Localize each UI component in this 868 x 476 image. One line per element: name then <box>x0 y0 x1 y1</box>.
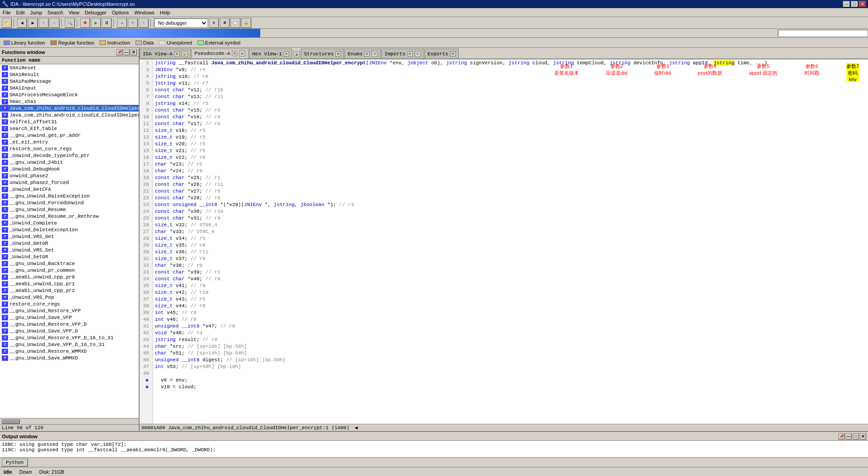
stop-button[interactable]: ■ <box>80 18 90 28</box>
func-item-22[interactable]: f__gnu_Unwind_Resume_or_Rethrow <box>0 213 139 220</box>
code-line-44[interactable]: char *src; // [sp+10h] [bp-58h] <box>155 343 868 350</box>
code-line-12[interactable]: size_t v18; // r5 <box>155 127 868 134</box>
menu-file[interactable]: File <box>0 9 14 16</box>
code-line-7[interactable]: const char *v13; // r11 <box>155 93 868 100</box>
code-line-26[interactable]: size_t v32; // ST08_4 <box>155 221 868 228</box>
tab-pseudocode-icon[interactable]: ↻ <box>239 50 245 57</box>
func-item-35[interactable]: frestore_core_regs <box>0 301 139 307</box>
maximize-button[interactable]: □ <box>851 1 858 7</box>
functions-close-button[interactable]: ✕ <box>131 49 137 55</box>
code-line-16[interactable]: size_t v22; // r0 <box>155 154 868 161</box>
code-line-15[interactable]: size_t v21; // r5 <box>155 147 868 154</box>
code-line-40[interactable]: int v46; // r0 <box>155 316 868 323</box>
code-line-6[interactable]: const char *v12; // r10 <box>155 86 868 93</box>
func-item-34[interactable]: f_Unwind_VRS_Pop <box>0 294 139 301</box>
output-content[interactable]: 18BC: using guessed type char var_108[72… <box>0 441 868 457</box>
code-line-37[interactable]: size_t v43; // r5 <box>155 296 868 302</box>
func-item-11[interactable]: f_et_eit_entry <box>0 139 139 145</box>
func-item-3[interactable]: fSHA1Input <box>0 85 139 91</box>
code-line-47[interactable]: int v53; // [sp+58h] [bp-10h] <box>155 363 868 370</box>
tab-hex-view[interactable]: Hex View-1 ✕ <box>249 49 292 58</box>
tab-imports[interactable]: Imports ✕ + <box>381 49 424 58</box>
code-line-49[interactable]: v9 = env; <box>155 377 868 383</box>
func-item-2[interactable]: fSHA1PadMessage <box>0 78 139 85</box>
code-line-38[interactable]: size_t v44; // r0 <box>155 302 868 309</box>
menu-search[interactable]: Search <box>45 9 66 16</box>
func-item-40[interactable]: f__gnu_Unwind_Restore_VFP_D_16_to_31 <box>0 334 139 341</box>
code-line-21[interactable]: const char *v27; // r5 <box>155 188 868 194</box>
code-line-39[interactable]: int v45; // r0 <box>155 309 868 316</box>
func-item-15[interactable]: f_Unwind_DebugHook <box>0 166 139 172</box>
code-line-14[interactable]: size_t v20; // r5 <box>155 140 868 147</box>
functions-list[interactable]: fSHA1ResetfSHA1ResultfSHA1PadMessagefSHA… <box>0 64 139 418</box>
code-line-30[interactable]: size_t v36; // r11 <box>155 248 868 255</box>
code-line-43[interactable]: jstring result; // r0 <box>155 336 868 343</box>
back-button[interactable]: ◀ <box>17 18 27 28</box>
func-item-5[interactable]: fhmac_sha1 <box>0 98 139 105</box>
func-item-41[interactable]: f__gnu_Unwind_Save_VFP_D_16_to_31 <box>0 341 139 348</box>
code-line-46[interactable]: unsigned __int8 digest; // [sp+18h] [bp-… <box>155 356 868 363</box>
func-item-8[interactable]: fselfrel_offset31 <box>0 118 139 125</box>
func-item-24[interactable]: f_Unwind_DeleteException <box>0 226 139 233</box>
step-out[interactable]: ↑ <box>139 18 149 28</box>
output-pin-button[interactable]: 📌 <box>838 433 845 440</box>
tab-imports-close[interactable]: ✕ <box>407 51 413 57</box>
func-item-14[interactable]: f__gnu_unwind_24bit <box>0 159 139 166</box>
functions-min-button[interactable]: — <box>123 49 130 55</box>
code-line-41[interactable]: unsigned __int8 *v47; // r0 <box>155 323 868 329</box>
code-line-24[interactable]: const char *v30; // r10 <box>155 208 868 215</box>
tab-hex-icon[interactable]: A <box>294 51 300 58</box>
code-line-22[interactable]: const char *v28; // r6 <box>155 194 868 201</box>
func-item-4[interactable]: fSHA1ProcessMessageBlock <box>0 91 139 98</box>
code-line-17[interactable]: char *v23; // r5 <box>155 161 868 167</box>
pause-button[interactable]: ⏸ <box>102 18 112 28</box>
dbg-btn2[interactable]: 📋 <box>231 18 240 28</box>
code-line-8[interactable]: jstring v14; // r5 <box>155 100 868 107</box>
code-line-42[interactable]: void *v48; // r4 <box>155 329 868 336</box>
code-line-27[interactable]: char *v33; // ST0C_4 <box>155 228 868 235</box>
code-line-28[interactable]: size_t v34; // r5 <box>155 235 868 242</box>
close-button[interactable]: ✕ <box>859 1 866 7</box>
func-item-12[interactable]: frestore_non_core_regs <box>0 145 139 152</box>
python-tab-button[interactable]: Python <box>2 458 28 467</box>
func-item-31[interactable]: f__aeabi_unwind_cpp_pr0 <box>0 274 139 280</box>
func-item-38[interactable]: f__gnu_Unwind_Restore_VFP_D <box>0 321 139 328</box>
code-line-45[interactable]: char *v51; // [sp+14h] [bp-54h] <box>155 350 868 356</box>
nav-btn1[interactable]: ↑ <box>39 18 49 28</box>
func-item-6[interactable]: fJava_com_zhihu_android_cloudid_CloudIDH… <box>0 105 139 112</box>
output-max-button[interactable]: □ <box>853 433 859 440</box>
menu-help[interactable]: Help <box>157 9 173 16</box>
run-button[interactable]: ▶ <box>91 18 101 28</box>
debugger-selector[interactable]: No debugger <box>154 18 208 27</box>
func-item-29[interactable]: f__gnu_Unwind_Backtrace <box>0 260 139 267</box>
menu-windows[interactable]: Windows <box>131 9 157 16</box>
functions-pin-button[interactable]: 📌 <box>116 49 122 55</box>
code-scroll[interactable]: 1345678910111213141516171819202122232425… <box>140 59 868 424</box>
code-line-23[interactable]: const unsigned __int8 *(*v29)(JNIEnv *, … <box>155 201 868 208</box>
output-min-button[interactable]: — <box>845 433 852 440</box>
code-line-48[interactable] <box>155 370 868 377</box>
search-button[interactable]: 🔍 <box>65 18 75 28</box>
functions-scrollbar-h[interactable] <box>0 418 139 424</box>
tab-pseudocode-close[interactable]: ✕ <box>232 51 237 56</box>
menu-jump[interactable]: Jump <box>27 9 45 16</box>
minimize-button[interactable]: — <box>843 1 850 7</box>
code-line-18[interactable]: char *v24; // r0 <box>155 167 868 174</box>
func-item-21[interactable]: f__gnu_Unwind_Resume <box>0 206 139 213</box>
tab-enums-icon[interactable]: + <box>371 51 378 57</box>
step-over[interactable]: ↷ <box>128 18 138 28</box>
code-line-33[interactable]: const char *v39; // r1 <box>155 269 868 275</box>
func-item-18[interactable]: f_Unwind_GetCFA <box>0 186 139 193</box>
tab-enums-close[interactable]: ✕ <box>364 51 370 57</box>
code-line-50[interactable]: v10 = cloud; <box>155 383 868 390</box>
code-line-10[interactable]: const char *v16; // r8 <box>155 113 868 120</box>
func-item-32[interactable]: f__aeabi_unwind_cpp_pr1 <box>0 280 139 287</box>
nav-btn2[interactable]: ↓ <box>50 18 59 28</box>
tab-structures-close[interactable]: ✕ <box>335 51 341 57</box>
tab-pseudocode[interactable]: Pseudocode-A ✕ ↻ <box>191 49 249 58</box>
forward-button[interactable]: ▶ <box>28 18 38 28</box>
tab-ida-view[interactable]: IDA View-A ✕ 🔒 <box>140 49 191 58</box>
tab-enums[interactable]: Enums ✕ + <box>344 49 381 58</box>
tab-ida-view-close[interactable]: ✕ <box>174 51 180 57</box>
func-item-37[interactable]: f__gnu_Unwind_Save_VFP <box>0 314 139 321</box>
